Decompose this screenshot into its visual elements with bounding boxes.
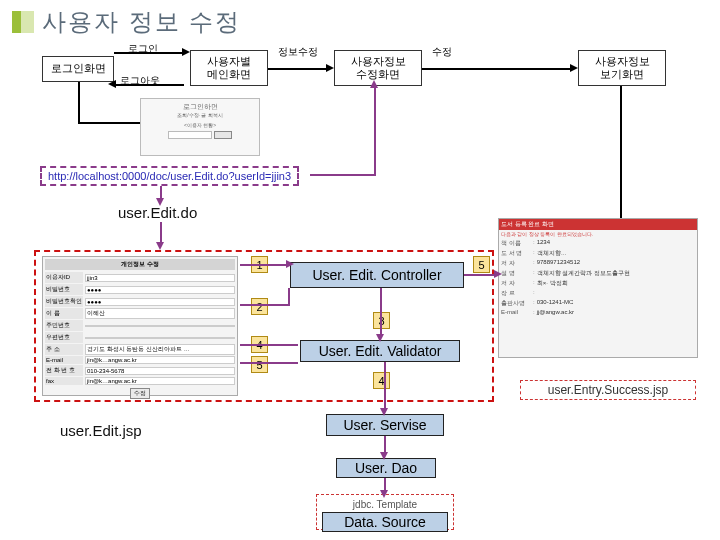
- mock-edit-form: 개인정보 수정 이용자IDjjin3비밀번호●●●●비밀번호확인●●●●이 름이…: [42, 256, 238, 396]
- arrow-logout-head: [108, 80, 116, 88]
- badge-4b: 4: [373, 372, 390, 389]
- arrow-login-head: [182, 48, 190, 56]
- label-info-edit: 정보수정: [278, 45, 318, 59]
- arrow-edit-action-head: [570, 64, 578, 72]
- arr-3: [380, 288, 382, 338]
- box-user-main: 사용자별 메인화면: [190, 50, 268, 86]
- url-box: http://localhost:0000/doc/user.Edit.do?u…: [40, 166, 299, 186]
- title-bullet-icon: [12, 11, 34, 33]
- arrow-url-right-v: [374, 86, 376, 176]
- badge-5a: 5: [251, 356, 268, 373]
- label-user-edit-do: user.Edit.do: [118, 204, 197, 221]
- arr-1-head: [286, 260, 294, 268]
- form-row: 우편번호: [45, 332, 235, 343]
- box-user-view-screen: 사용자정보 보기화면: [578, 50, 666, 86]
- arr-srv-dao-head: [380, 452, 388, 460]
- mock-success-screen: 도서 등록 완료 화면 다음과 같이 정상 등록이 완료되었습니다. 책 이름:…: [498, 218, 698, 358]
- box-controller: User. Edit. Controller: [290, 262, 464, 288]
- success-line: 장 르:: [499, 289, 697, 298]
- box-validator: User. Edit. Validator: [300, 340, 460, 362]
- arr-dao-ds-head: [380, 490, 388, 498]
- box-dao: User. Dao: [336, 458, 436, 478]
- badge-5b: 5: [473, 256, 490, 273]
- box-login-screen: 로그인화면: [42, 56, 114, 82]
- arrow-do-to-form-head: [156, 242, 164, 250]
- arr-5b-head: [494, 270, 502, 278]
- page-title-bar: 사용자 정보 수정: [12, 6, 241, 38]
- success-line: 출판사명:030-1241-MC: [499, 299, 697, 308]
- form-row: E-mailjin@k…angw.ac.kr: [45, 356, 235, 364]
- arr-4: [240, 344, 298, 346]
- box-datasource: Data. Source: [322, 512, 448, 532]
- conn-login-mock-v: [78, 82, 80, 122]
- form-row: 전 화 번 호010-234-5678: [45, 365, 235, 376]
- label-edit-action: 수정: [432, 45, 452, 59]
- form-row: 비밀번호확인●●●●: [45, 296, 235, 307]
- form-row: 이용자IDjjin3: [45, 272, 235, 283]
- form-row: 비밀번호●●●●: [45, 284, 235, 295]
- conn-success-view: [620, 86, 622, 218]
- arr-2v: [288, 288, 290, 306]
- box-service: User. Servise: [326, 414, 444, 436]
- arr-val-srv: [384, 362, 386, 412]
- mock-login-screen: 로그인하면 조회/수정· 글 회복시 <이용자 현황>: [140, 98, 260, 156]
- arr-2: [240, 304, 288, 306]
- conn-login-mock-h: [78, 122, 140, 124]
- form-row: faxjin@k…angw.ac.kr: [45, 377, 235, 385]
- success-line: 책 이름:1234: [499, 239, 697, 248]
- form-row: 주민번호: [45, 320, 235, 331]
- arrow-url-right-h: [310, 174, 374, 176]
- label-success-jsp: user.Entry.Success.jsp: [520, 380, 696, 400]
- arrow-info-edit: [268, 68, 328, 70]
- arrow-do-to-form: [160, 222, 162, 244]
- success-line: 저 자:최×· 박정희: [499, 279, 697, 288]
- arr-val-srv-head: [380, 408, 388, 416]
- arrow-url-right-head: [370, 80, 378, 88]
- arr-5: [240, 362, 298, 364]
- label-user-edit-jsp: user.Edit.jsp: [60, 422, 142, 439]
- arrow-edit-action: [422, 68, 572, 70]
- form-row: 주 소경기도 화성시 동탄동 신산리아파트 …: [45, 344, 235, 355]
- success-line: 도 서 명:객체지향…: [499, 249, 697, 258]
- arr-1: [240, 264, 288, 266]
- arr-5b: [464, 274, 498, 276]
- success-line: 저 자:9788971234512: [499, 259, 697, 268]
- box-user-edit-screen: 사용자정보 수정화면: [334, 50, 422, 86]
- label-login: 로그인: [128, 42, 158, 56]
- arrow-login: [114, 52, 184, 54]
- success-line: 설 명:객체지향 설계간략과 정보도출구현: [499, 269, 697, 278]
- badge-2: 2: [251, 298, 268, 315]
- form-row: 이 름이혜산: [45, 308, 235, 319]
- arr-3-head: [376, 334, 384, 342]
- label-logout: 로그아웃: [120, 74, 160, 88]
- page-title: 사용자 정보 수정: [42, 6, 241, 38]
- arrow-info-edit-head: [326, 64, 334, 72]
- success-line: E-mail:jj@angw.ac.kr: [499, 309, 697, 315]
- form-submit-button[interactable]: 수정: [130, 388, 150, 399]
- arrow-logout: [114, 84, 184, 86]
- form-title: 개인정보 수정: [45, 259, 235, 270]
